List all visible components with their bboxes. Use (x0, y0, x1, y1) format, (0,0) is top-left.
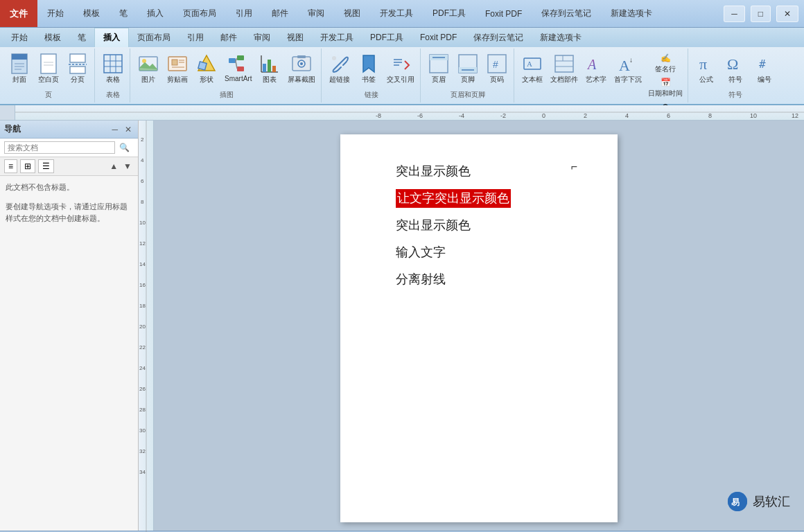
nav-view-grid[interactable]: ⊞ (20, 159, 35, 173)
search-button[interactable]: 🔍 (115, 141, 134, 154)
horizontal-ruler: -8 -6 -4 -2 0 2 4 6 8 10 12 14 16 18 20 … (15, 105, 804, 121)
ribbon-group-hf-items: 页眉 页脚 # 页码 (425, 50, 511, 90)
picture-button[interactable]: 图片 (134, 51, 162, 86)
svg-text:A: A (586, 57, 597, 72)
ribbon-tab-cloud[interactable]: 保存到云笔记 (465, 28, 532, 47)
dropcap-label: 首字下沉 (614, 75, 642, 85)
svg-text:10: 10 (750, 112, 757, 119)
ribbon-tab-pdf[interactable]: PDF工具 (362, 28, 412, 47)
cover-icon (8, 53, 30, 75)
svg-rect-32 (263, 64, 266, 72)
page-break-label: 分页 (71, 75, 85, 85)
footer-button[interactable]: 页脚 (454, 51, 482, 86)
ruler-row: -8 -6 -4 -2 0 2 4 6 8 10 12 14 16 18 20 … (0, 105, 804, 121)
ribbon-tab-mail[interactable]: 邮件 (212, 28, 245, 47)
tab-pdf[interactable]: PDF工具 (423, 0, 475, 27)
blank-page-button[interactable]: 空白页 (35, 51, 62, 86)
ribbon-tab-insert[interactable]: 插入 (94, 28, 129, 47)
ribbon-tab-dev[interactable]: 开发工具 (312, 28, 362, 47)
tab-pen[interactable]: 笔 (110, 0, 137, 27)
shapes-button[interactable]: 形状 (193, 51, 220, 86)
cross-ref-button[interactable]: 交叉引用 (384, 51, 417, 86)
ribbon-tab-view[interactable]: 视图 (279, 28, 312, 47)
watermark-text: 易软汇 (753, 493, 790, 510)
number-icon: # (753, 53, 776, 75)
nav-minimize-button[interactable]: ─ (110, 124, 120, 135)
table-label: 表格 (106, 75, 120, 85)
bookmark-button[interactable]: 书签 (355, 51, 383, 86)
ribbon-tab-ref[interactable]: 引用 (179, 28, 212, 47)
svg-rect-8 (70, 54, 85, 62)
title-bar: 文件 开始 模板 笔 插入 页面布局 引用 邮件 审阅 视图 开发工具 PDF工… (0, 0, 804, 28)
svg-text:34: 34 (139, 469, 146, 475)
nav-view-controls: ≡ ⊞ ☰ ▲ ▼ (0, 157, 138, 176)
tab-layout[interactable]: 页面布局 (173, 0, 226, 27)
header-button[interactable]: 页眉 (425, 51, 453, 86)
chart-button[interactable]: 图表 (256, 51, 283, 86)
wordart-label: 艺术字 (586, 75, 606, 85)
page-break-button[interactable]: 分页 (64, 51, 91, 86)
dropcap-button[interactable]: A↓ 首字下沉 (611, 51, 645, 86)
signature-button[interactable]: ✍ 签名行 (646, 51, 685, 75)
svg-text:易: 易 (731, 497, 740, 507)
ribbon-tab-layout[interactable]: 页面布局 (129, 28, 179, 47)
tab-new[interactable]: 新建选项卡 (601, 0, 662, 27)
textbox-button[interactable]: A 文本框 (518, 51, 546, 86)
page-number-button[interactable]: # 页码 (483, 51, 511, 86)
minimize-button[interactable]: ─ (724, 6, 745, 22)
picture-icon (137, 53, 159, 75)
smartart-button[interactable]: SmartArt (222, 51, 254, 84)
screenshot-button[interactable]: 屏幕截图 (285, 51, 318, 86)
ribbon-tab-new[interactable]: 新建选项卡 (532, 28, 590, 47)
nav-prev-button[interactable]: ▲ (107, 161, 120, 172)
cover-button[interactable]: 封面 (6, 51, 33, 86)
hf-group-label: 页眉和页脚 (425, 90, 511, 101)
nav-next-button[interactable]: ▼ (121, 161, 134, 172)
formula-icon: π (695, 53, 717, 75)
doc-parts-button[interactable]: 文档部件 (548, 51, 581, 86)
tab-view[interactable]: 视图 (334, 0, 370, 27)
file-button[interactable]: 文件 (0, 0, 37, 27)
nav-view-list[interactable]: ≡ (4, 159, 17, 173)
maximize-button[interactable]: □ (751, 6, 771, 22)
nav-header: 导航 ─ ✕ (0, 121, 138, 139)
nav-view-thumb[interactable]: ☰ (38, 159, 54, 173)
wordart-button[interactable]: A 艺术字 (582, 51, 610, 86)
hyperlink-button[interactable]: 超链接 (326, 51, 353, 86)
svg-text:26: 26 (139, 386, 146, 392)
clipart-button[interactable]: 剪贴画 (164, 51, 191, 86)
svg-line-39 (337, 61, 342, 66)
number-button[interactable]: # 编号 (751, 51, 778, 86)
tab-ref[interactable]: 引用 (226, 0, 262, 27)
tab-review[interactable]: 审阅 (298, 0, 334, 27)
cross-ref-label: 交叉引用 (387, 75, 414, 85)
datetime-button[interactable]: 📅 日期和时间 (646, 76, 685, 99)
tab-insert[interactable]: 插入 (137, 0, 173, 27)
nav-close-button[interactable]: ✕ (123, 124, 134, 135)
ribbon-tab-pen[interactable]: 笔 (69, 28, 94, 47)
symbol-button[interactable]: Ω 符号 (722, 51, 749, 86)
tab-dev[interactable]: 开发工具 (370, 0, 423, 27)
tab-foxit[interactable]: Foxit PDF (475, 0, 532, 27)
tab-cloud[interactable]: 保存到云笔记 (532, 0, 601, 27)
page-group-label: 页 (6, 90, 91, 101)
tab-start[interactable]: 开始 (37, 0, 73, 27)
ribbon-tab-foxit[interactable]: Foxit PDF (412, 28, 465, 47)
doc-scroll-area[interactable]: ⌐ 突出显示颜色 让文字突出显示颜色 突出显示颜色 输入文字 分离射线 (154, 121, 804, 531)
tab-mail[interactable]: 邮件 (262, 0, 298, 27)
svg-text:30: 30 (139, 427, 146, 434)
search-input[interactable] (4, 141, 115, 154)
tab-template[interactable]: 模板 (73, 0, 110, 27)
svg-text:12: 12 (792, 112, 798, 119)
datetime-label: 日期和时间 (648, 89, 683, 98)
doc-line-3: 突出显示颜色 (396, 216, 576, 235)
table-button[interactable]: 表格 (99, 51, 127, 86)
formula-button[interactable]: π 公式 (692, 51, 720, 86)
clipart-icon (166, 53, 189, 75)
ribbon-tab-start[interactable]: 开始 (3, 28, 36, 47)
close-button[interactable]: ✕ (776, 6, 798, 22)
ribbon-tab-template[interactable]: 模板 (36, 28, 69, 47)
ribbon-tab-review[interactable]: 审阅 (245, 28, 279, 47)
nav-panel: 导航 ─ ✕ 🔍 ≡ ⊞ ☰ ▲ ▼ 此文档不包含标题。 要创建导航选项卡，请通… (0, 121, 139, 531)
ribbon-group-symbol-items: π 公式 Ω 符号 # 编号 (692, 50, 778, 90)
